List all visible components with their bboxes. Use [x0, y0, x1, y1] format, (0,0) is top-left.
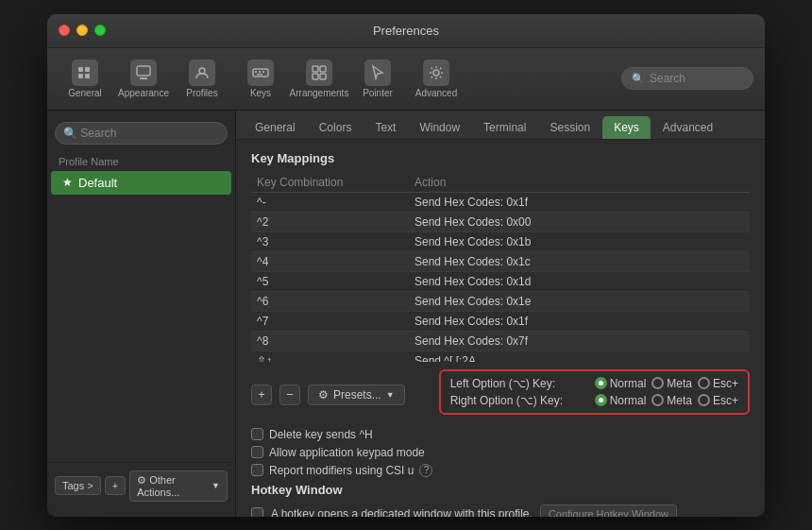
svg-rect-9 — [259, 71, 261, 73]
right-normal-radio-circle — [595, 394, 607, 406]
svg-rect-14 — [313, 74, 318, 79]
key-action: Send Hex Codes: 0x1e — [409, 291, 750, 311]
table-row[interactable]: ^-Send Hex Codes: 0x1f — [251, 192, 750, 212]
key-combo: ^4 — [251, 251, 409, 271]
tab-colors[interactable]: Colors — [308, 116, 364, 139]
sidebar-search[interactable]: 🔍 Search — [55, 122, 228, 145]
add-mapping-button[interactable]: + — [251, 385, 272, 405]
report-help-icon[interactable]: ? — [419, 464, 432, 477]
table-row[interactable]: ^8Send Hex Codes: 0x7f — [251, 331, 750, 350]
right-escplus-radio[interactable]: Esc+ — [698, 394, 738, 407]
tab-bar: General Colors Text Window Terminal Sess… — [236, 111, 765, 140]
key-combo: ^3 — [251, 231, 409, 251]
table-row[interactable]: ^6Send Hex Codes: 0x1e — [251, 291, 750, 311]
toolbar-pointer[interactable]: Pointer — [351, 56, 404, 102]
key-combo: ⇧↑ — [251, 350, 409, 362]
titlebar: Preferences — [47, 14, 765, 48]
advanced-icon — [423, 60, 449, 86]
tab-session[interactable]: Session — [538, 116, 601, 139]
tab-keys[interactable]: Keys — [602, 116, 651, 139]
svg-rect-15 — [320, 74, 326, 79]
fullscreen-button[interactable] — [94, 25, 106, 36]
svg-rect-4 — [137, 66, 150, 76]
svg-rect-7 — [253, 69, 268, 77]
keypad-checkbox-row: Allow application keypad mode — [251, 446, 750, 459]
key-mappings-table-scroll[interactable]: Key Combination Action ^-Send Hex Codes:… — [251, 173, 750, 362]
hotkey-title: Hotkey Window — [251, 483, 750, 497]
svg-rect-1 — [78, 74, 83, 78]
tab-advanced[interactable]: Advanced — [651, 116, 724, 139]
keypad-label: Allow application keypad mode — [269, 446, 425, 459]
other-actions-button[interactable]: ⚙ Other Actions... ▼ — [129, 470, 228, 502]
search-box[interactable]: 🔍 Search — [621, 67, 753, 90]
hotkey-checkbox[interactable] — [251, 507, 263, 517]
toolbar-keys-label: Keys — [250, 88, 271, 98]
delete-key-checkbox[interactable] — [251, 428, 263, 440]
svg-rect-2 — [85, 67, 90, 72]
toolbar-keys[interactable]: Keys — [234, 56, 287, 102]
right-meta-radio-circle — [651, 394, 664, 406]
toolbar-advanced-label: Advanced — [415, 88, 457, 98]
tags-button[interactable]: Tags > — [55, 476, 101, 495]
sidebar-search-placeholder: 🔍 Search — [63, 127, 116, 140]
tab-text[interactable]: Text — [364, 116, 407, 139]
toolbar-arrangements[interactable]: Arrangements — [293, 56, 346, 102]
svg-rect-11 — [257, 74, 262, 76]
keypad-checkbox[interactable] — [251, 446, 263, 458]
toolbar: General Appearance Profiles — [47, 48, 765, 111]
left-meta-label: Meta — [667, 377, 692, 390]
general-icon — [72, 60, 98, 86]
toolbar-general[interactable]: General — [59, 56, 111, 102]
option-keys-box: Left Option (⌥) Key: Normal Meta — [439, 369, 750, 415]
key-combo: ^5 — [251, 271, 409, 291]
left-normal-radio[interactable]: Normal — [595, 377, 647, 390]
left-meta-radio-circle — [651, 377, 664, 389]
remove-mapping-button[interactable]: − — [279, 385, 300, 405]
left-escplus-label: Esc+ — [713, 377, 738, 390]
left-meta-radio[interactable]: Meta — [651, 377, 692, 390]
col-action: Action — [409, 173, 750, 193]
add-profile-button[interactable]: + — [105, 476, 126, 495]
left-normal-label: Normal — [610, 377, 647, 390]
left-escplus-radio[interactable]: Esc+ — [698, 377, 738, 390]
tab-terminal[interactable]: Terminal — [472, 116, 537, 139]
table-row[interactable]: ^4Send Hex Codes: 0x1c — [251, 251, 750, 271]
presets-gear-icon: ⚙ — [318, 388, 329, 402]
svg-point-16 — [433, 70, 439, 76]
table-row[interactable]: ^5Send Hex Codes: 0x1d — [251, 271, 750, 291]
toolbar-appearance[interactable]: Appearance — [117, 56, 170, 102]
key-mappings-title: Key Mappings — [251, 151, 750, 165]
key-mappings-table: Key Combination Action ^-Send Hex Codes:… — [251, 173, 750, 362]
close-button[interactable] — [59, 25, 70, 36]
pointer-icon — [364, 60, 391, 86]
key-action: Send Hex Codes: 0x7f — [409, 331, 750, 350]
key-combo: ^8 — [251, 331, 409, 350]
traffic-lights — [59, 25, 106, 36]
right-meta-radio[interactable]: Meta — [651, 394, 692, 407]
hotkey-section: Hotkey Window A hotkey opens a dedicated… — [251, 483, 750, 517]
toolbar-pointer-label: Pointer — [363, 88, 393, 98]
toolbar-profiles[interactable]: Profiles — [176, 56, 228, 102]
sidebar-item-default[interactable]: ★ Default — [51, 171, 231, 195]
report-checkbox[interactable] — [251, 464, 263, 476]
key-action: Send Hex Codes: 0x1d — [409, 271, 750, 291]
tab-general[interactable]: General — [244, 116, 307, 139]
content-area: General Colors Text Window Terminal Sess… — [236, 111, 765, 517]
key-combo: ^- — [251, 192, 409, 212]
key-action: Send Hex Codes: 0x1b — [409, 231, 750, 251]
minimize-button[interactable] — [76, 25, 88, 36]
configure-hotkey-button[interactable]: Configure Hotkey Window — [540, 504, 677, 517]
table-row[interactable]: ^2Send Hex Codes: 0x00 — [251, 212, 750, 231]
arrangements-icon — [306, 60, 332, 86]
toolbar-advanced[interactable]: Advanced — [410, 56, 463, 102]
keys-icon — [247, 60, 274, 86]
table-row[interactable]: ⇧↑Send ^[ [;2A — [251, 350, 750, 362]
toolbar-appearance-label: Appearance — [118, 88, 169, 98]
table-row[interactable]: ^7Send Hex Codes: 0x1f — [251, 311, 750, 331]
profile-default-label: Default — [78, 176, 117, 190]
tab-window[interactable]: Window — [408, 116, 471, 139]
table-row[interactable]: ^3Send Hex Codes: 0x1b — [251, 231, 750, 251]
presets-button[interactable]: ⚙ Presets... ▼ — [308, 385, 405, 405]
svg-rect-5 — [140, 77, 147, 79]
right-normal-radio[interactable]: Normal — [595, 394, 647, 407]
